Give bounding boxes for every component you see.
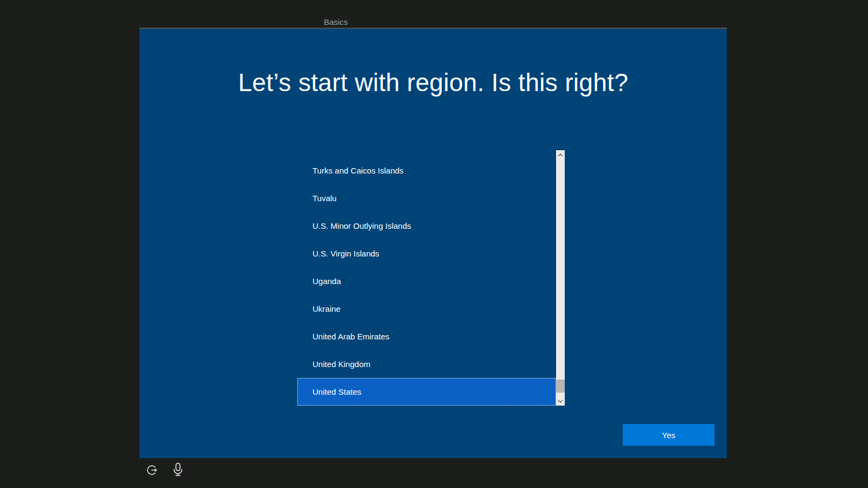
chevron-down-icon — [558, 400, 563, 403]
region-option-uganda[interactable]: Uganda — [297, 267, 556, 295]
page-title: Let’s start with region. Is this right? — [139, 68, 727, 97]
region-list[interactable]: Turks and Caicos IslandsTuvaluU.S. Minor… — [297, 150, 565, 406]
region-option-u-s-virgin-islands[interactable]: U.S. Virgin Islands — [297, 240, 556, 267]
region-option-united-arab-emirates[interactable]: United Arab Emirates — [297, 323, 556, 350]
region-option-ukraine[interactable]: Ukraine — [297, 295, 556, 323]
setup-panel: Let’s start with region. Is this right? … — [139, 29, 727, 458]
region-list-scrollbar[interactable] — [556, 150, 565, 406]
top-bar — [0, 0, 868, 29]
ease-of-access-button[interactable] — [145, 464, 158, 479]
region-list-rows: Turks and Caicos IslandsTuvaluU.S. Minor… — [297, 157, 556, 406]
ease-of-access-icon — [145, 464, 158, 477]
microphone-button[interactable] — [172, 463, 184, 479]
region-option-united-kingdom[interactable]: United Kingdom — [297, 350, 556, 378]
tab-basics-label: Basics — [324, 17, 348, 27]
yes-button[interactable]: Yes — [623, 424, 714, 446]
region-option-u-s-minor-outlying-islands[interactable]: U.S. Minor Outlying Islands — [297, 212, 556, 240]
yes-button-label: Yes — [662, 431, 675, 440]
microphone-icon — [172, 463, 184, 477]
chevron-up-icon — [558, 153, 563, 157]
scroll-down-button[interactable] — [556, 397, 565, 405]
region-option-tuvalu[interactable]: Tuvalu — [297, 184, 556, 212]
scroll-up-button[interactable] — [556, 151, 565, 159]
region-option-turks-and-caicos-islands[interactable]: Turks and Caicos Islands — [297, 157, 556, 184]
scrollbar-thumb[interactable] — [556, 380, 565, 393]
region-option-united-states[interactable]: United States — [297, 378, 556, 406]
